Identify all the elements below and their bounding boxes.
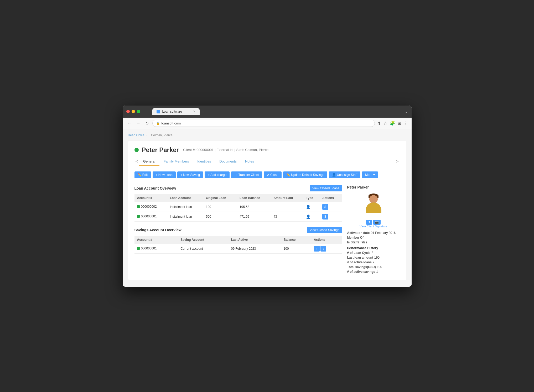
minimize-window-button[interactable] [132,110,135,113]
update-default-savings-button[interactable]: ✏️ Update Default Savings [283,171,327,178]
extensions-icon[interactable]: 🧩 [390,121,395,126]
active-tab[interactable]: Loan software ✕ [152,108,200,115]
tab-grid-icon[interactable]: ⊞ [398,121,401,126]
loan-cycle-value: 2 [371,251,373,255]
account-active-indicator [137,247,140,250]
add-charge-button[interactable]: + Add charge [205,171,230,178]
status-indicator [134,148,139,152]
view-closed-savings-button[interactable]: View Closed Savings [307,227,342,233]
col-account: Account # [134,236,178,244]
activation-date-row: Activation date 01 February 2016 [347,231,400,235]
view-closed-loans-button[interactable]: View Closed Loans [310,185,342,191]
view-client-signature-link[interactable]: View Client Signature [360,225,387,228]
saving-down-button[interactable]: ↓ [320,246,326,252]
loan-section-header: Loan Account Overview View Closed Loans [134,185,342,191]
new-tab-button[interactable]: + [200,109,207,115]
tab-documents[interactable]: Documents [215,157,241,166]
share-icon[interactable]: ⬆ [377,121,381,126]
loan-account-type: Installment loan [167,202,203,212]
client-info-panel: Peter Parker ⬆ 📷 [347,185,400,275]
loan-dollar-button[interactable]: $ [322,214,328,219]
close-client-button[interactable]: ✕ Close [264,171,282,178]
client-card: Peter Parker Client #: 000000001 | Exter… [128,141,406,280]
col-actions: Actions [320,194,342,202]
active-loans-label: # of active loans [347,260,372,264]
saving-balance: 100 [281,244,311,253]
loan-account-number: 000000002 [134,202,167,212]
loan-original-amount: 190 [203,202,237,212]
tab-notes[interactable]: Notes [241,157,258,166]
savings-table: Account # Saving Account Last Active Bal… [134,236,342,254]
table-row: 000000002 Installment loan 190 195.52 👤 … [134,202,342,212]
col-amount-paid: Amount Paid [271,194,303,202]
active-savings-row: # of active savings 1 [347,270,400,274]
loan-actions: $ [320,212,342,221]
avatar-head [369,195,378,203]
total-savings-value: 100 [377,265,382,269]
lock-icon: 🔒 [156,122,160,125]
close-window-button[interactable] [126,110,130,113]
avatar-camera-button[interactable]: 📷 [373,220,381,225]
refresh-button[interactable]: ↻ [144,120,150,126]
loan-dollar-button[interactable]: $ [322,204,328,210]
loan-balance: 195.52 [237,202,271,212]
account-badge: 000000001 [137,215,157,218]
is-staff-value: false [361,241,367,244]
tab-title: Loan software [162,110,182,113]
col-loan-account: Loan Account [167,194,203,202]
forward-button[interactable]: → [135,120,142,126]
more-button[interactable]: More ▾ [362,171,378,178]
tab-identities[interactable]: Identities [193,157,215,166]
tabs-row: < General Family Members Identities Docu… [134,157,400,166]
loan-original-amount: 500 [203,212,237,221]
maximize-window-button[interactable] [137,110,140,113]
back-button[interactable]: ← [126,120,133,126]
loan-cycle-label: # of Loan Cycle [347,251,371,255]
loan-table-header: Account # Loan Account Original Loan Loa… [134,194,342,202]
loan-account-type: Installment loan [167,212,203,221]
avatar [363,192,384,216]
more-options-icon[interactable]: ⋮ [404,121,408,126]
saving-account-type: Current account [178,244,228,253]
col-actions: Actions [311,236,342,244]
tab-next-button[interactable]: > [395,158,400,165]
main-left: Loan Account Overview View Closed Loans … [134,185,342,275]
tab-general[interactable]: General [139,157,159,166]
new-loan-button[interactable]: + New Loan [153,171,176,178]
active-loans-value: 2 [373,260,375,264]
avatar-body [366,202,381,213]
saving-up-button[interactable]: ↑ [314,246,320,252]
client-header: Peter Parker Client #: 000000001 | Exter… [134,146,400,154]
browser-nav: ← → ↻ 🔒 loansoft.com ⬆ ☆ 🧩 ⊞ ⋮ [123,118,412,129]
performance-history-title: Performance History [347,246,400,250]
edit-button[interactable]: ✏️ Edit [134,171,151,178]
window-chevron-icon: ⌄ [405,109,408,114]
traffic-lights [126,110,140,113]
tab-prev-button[interactable]: < [134,158,139,165]
action-buttons: ✏️ Edit + New Loan + New Saving + Add ch… [134,170,400,180]
table-row: 000000001 Current account 09 February 20… [134,244,342,253]
total-savings-row: Total savings(USD) 100 [347,265,400,269]
col-last-active: Last Active [228,236,281,244]
avatar-section: ⬆ 📷 View Client Signature [347,192,400,228]
address-bar[interactable]: 🔒 loansoft.com [152,120,375,127]
member-of-label: Member Of [347,236,364,239]
activation-date-value: 01 February 2016 [371,231,396,235]
transfer-client-button[interactable]: → Transfer Client [231,171,262,178]
new-saving-button[interactable]: + New Saving [177,171,203,178]
unassign-staff-button[interactable]: 👤 Unassign Staff [329,171,360,178]
tab-close-icon[interactable]: ✕ [193,110,195,113]
browser-window: Loan software ✕ + ⌄ ← → ↻ 🔒 loansoft.com… [123,106,412,287]
avatar-upload-button[interactable]: ⬆ [366,220,372,225]
client-name: Peter Parker [142,146,179,154]
star-icon[interactable]: ☆ [383,121,387,126]
loan-account-number: 000000001 [134,212,167,221]
last-loan-value: 190 [374,256,380,259]
breadcrumb-head-office[interactable]: Head Office [128,133,144,137]
last-loan-label: Last loan amount [347,256,373,259]
tab-family-members[interactable]: Family Members [159,157,193,166]
loan-cycle-row: # of Loan Cycle 2 [347,251,400,255]
col-loan-balance: Loan Balance [237,194,271,202]
avatar-upload-buttons: ⬆ 📷 [366,220,381,225]
activation-date-label: Activation date [347,231,370,235]
